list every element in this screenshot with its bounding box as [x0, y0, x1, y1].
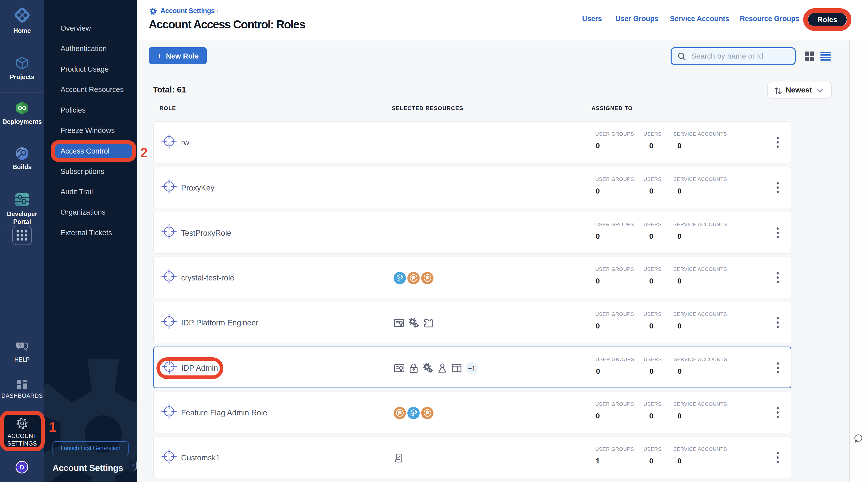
- svg-text:?: ?: [19, 343, 22, 348]
